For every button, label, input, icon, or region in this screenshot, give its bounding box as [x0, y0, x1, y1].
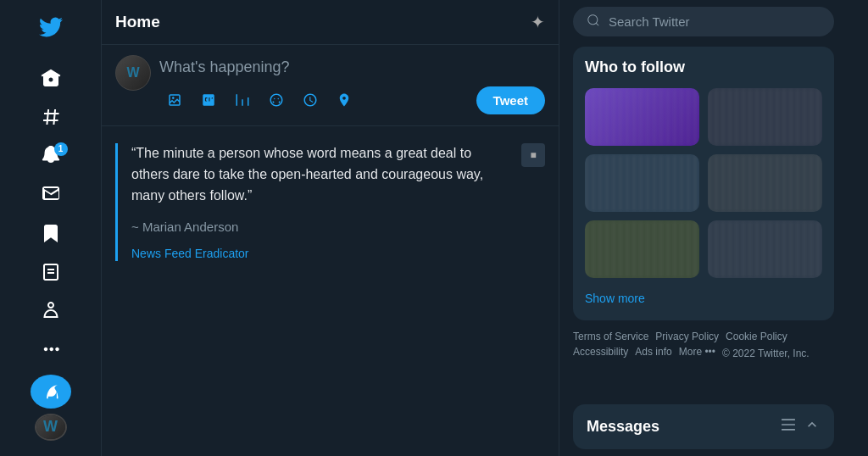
search-icon: [587, 14, 600, 30]
notification-count: 1: [54, 142, 68, 156]
who-to-follow-title: Who to follow: [585, 58, 822, 76]
sidebar-item-messages[interactable]: [31, 177, 71, 211]
quote-author: ~ Marian Anderson: [131, 220, 513, 234]
compose-avatar: W: [115, 55, 151, 91]
sidebar-item-bookmarks[interactable]: [31, 216, 71, 250]
footer-link-cookies[interactable]: Cookie Policy: [726, 331, 787, 342]
sidebar-item-home[interactable]: [31, 61, 71, 95]
footer-copyright: © 2022 Twitter, Inc.: [722, 348, 810, 359]
footer-link-accessibility[interactable]: Accessibility: [573, 346, 628, 359]
quote-text: “The minute a person whose word means a …: [131, 143, 513, 206]
follow-card-2[interactable]: [708, 88, 822, 146]
collapse-messages-icon[interactable]: [804, 416, 821, 437]
follow-card-5[interactable]: [585, 220, 699, 278]
main-content: Home ✦ W What's happening?: [102, 0, 559, 456]
compose-emoji-button[interactable]: [261, 85, 292, 115]
quote-card: “The minute a person whose word means a …: [102, 126, 559, 275]
search-bar[interactable]: Search Twitter: [573, 7, 834, 36]
tweet-button[interactable]: Tweet: [476, 86, 545, 114]
footer-link-tos[interactable]: Terms of Service: [573, 331, 648, 342]
compose-message-icon[interactable]: [780, 416, 797, 437]
follow-card-6[interactable]: [708, 220, 822, 278]
search-placeholder: Search Twitter: [609, 14, 690, 29]
user-avatar[interactable]: [35, 414, 67, 441]
follow-card-1[interactable]: [585, 88, 699, 146]
footer-link-ads[interactable]: Ads info: [635, 346, 671, 359]
compose-location-button[interactable]: [329, 85, 359, 115]
compose-gif-button[interactable]: [193, 85, 224, 115]
main-header: Home ✦: [102, 0, 559, 45]
quote-source[interactable]: News Feed Eradicator: [131, 247, 249, 260]
follow-card-3[interactable]: [585, 154, 699, 212]
messages-title: Messages: [587, 418, 659, 436]
compose-poll-button[interactable]: [227, 85, 258, 115]
show-more-link[interactable]: Show more: [585, 288, 822, 309]
sparkle-icon[interactable]: ✦: [531, 12, 545, 32]
compose-right: What's happening?: [159, 55, 545, 115]
sidebar-item-more[interactable]: [31, 332, 71, 366]
twitter-logo[interactable]: [32, 8, 70, 49]
compose-schedule-button[interactable]: [295, 85, 326, 115]
compose-toolbar: Tweet: [159, 85, 545, 115]
compose-image-button[interactable]: [159, 85, 190, 115]
sidebar-item-explore[interactable]: [31, 100, 71, 134]
right-sidebar: Search Twitter Who to follow Show mor: [559, 0, 848, 456]
compose-placeholder[interactable]: What's happening?: [159, 55, 545, 76]
footer-link-more[interactable]: More •••: [679, 346, 715, 359]
sidebar-item-notifications[interactable]: 1: [31, 139, 71, 173]
who-to-follow-panel: Who to follow Show more: [573, 47, 834, 320]
footer-link-privacy[interactable]: Privacy Policy: [655, 331, 719, 342]
compose-box: W What's happening?: [102, 45, 559, 126]
left-sidebar: 1: [0, 0, 102, 456]
sidebar-item-profile[interactable]: [31, 294, 71, 328]
tweet-fab-button[interactable]: [31, 375, 71, 409]
sidebar-item-lists[interactable]: [31, 255, 71, 289]
messages-panel: Messages: [573, 404, 834, 449]
footer-links: Terms of Service Privacy Policy Cookie P…: [573, 331, 834, 359]
follow-card-4[interactable]: [708, 154, 822, 212]
follow-grid: [585, 88, 822, 278]
quote-dismiss-button[interactable]: ■: [521, 143, 545, 167]
page-title: Home: [115, 13, 160, 31]
messages-icons: [780, 416, 821, 437]
